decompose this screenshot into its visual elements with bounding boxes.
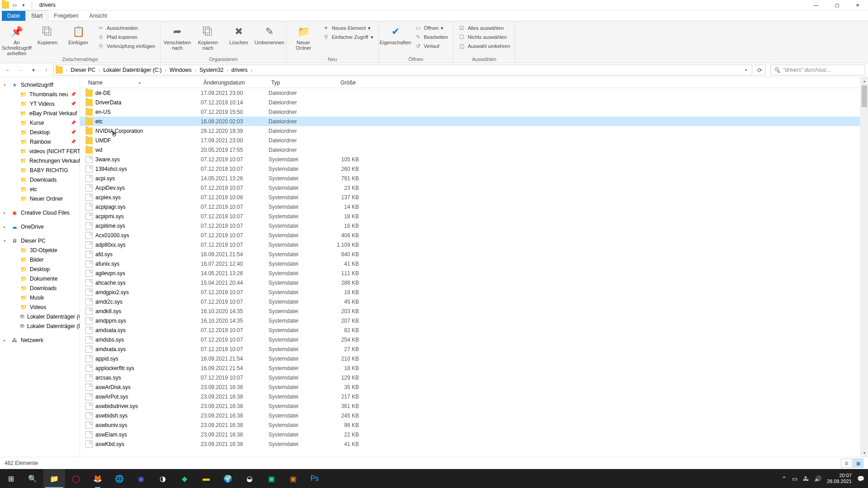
sidebar-quick-10[interactable]: 📁etc [0,184,80,194]
file-row[interactable]: amdxata.sys07.12.2019 10:07Systemdatei27… [80,344,860,354]
taskbar-streamlabs[interactable]: ▣ [260,469,282,488]
nav-back-button[interactable]: ← [3,65,14,75]
file-list[interactable]: de-DE17.09.2021 23:00DateiordnerDriverDa… [80,88,860,457]
sidebar-onedrive[interactable]: ▸☁OneDrive [0,222,80,231]
new-item-button[interactable]: ✦Neues Element ▾ [321,24,375,32]
taskbar-search[interactable]: 🔍 [22,469,43,488]
taskbar-opera[interactable]: ◯ [65,469,87,488]
scroll-up-icon[interactable]: ▴ [861,77,868,85]
file-row[interactable]: UMDF17.09.2021 23:00Dateiordner [80,136,860,145]
sidebar-pc-8[interactable]: ⛃Lokaler Datenträger (D:) [0,321,80,331]
tab-start[interactable]: Start [25,10,48,21]
sidebar-quick-6[interactable]: 📁videos (NICHT FERTIG)📌 [0,146,80,156]
address-bar[interactable]: › Dieser PC› Lokaler Datenträger (C:)› W… [53,65,752,75]
maximize-button[interactable]: ▢ [826,0,847,10]
taskbar-app-orange[interactable]: ▣ [282,469,304,488]
file-row[interactable]: aswKbd.sys23.09.2021 16:38Systemdatei41 … [80,439,860,449]
crumb-0[interactable]: Dieser PC [69,66,97,74]
file-row[interactable]: aswElam.sys23.09.2021 16:38Systemdatei22… [80,430,860,439]
file-row[interactable]: amdsata.sys07.12.2019 10:07Systemdatei82… [80,325,860,335]
delete-button[interactable]: ✖Löschen [226,23,252,45]
vertical-scrollbar[interactable]: ▴ ▾ [860,77,868,457]
view-icons-button[interactable]: ▦ [853,459,863,468]
taskbar-photoshop[interactable]: Ps [304,469,326,488]
sidebar-pc-2[interactable]: 📁Desktop [0,264,80,274]
file-row[interactable]: 3ware.sys07.12.2019 10:07Systemdatei105 … [80,155,860,164]
new-folder-button[interactable]: 📁Neuer Ordner [290,23,316,51]
file-row[interactable]: acpi.sys14.05.2021 13:26Systemdatei791 K… [80,174,860,183]
file-row[interactable]: afd.sys16.09.2021 21:54Systemdatei640 KB [80,249,860,259]
file-row[interactable]: wd20.05.2019 17:55Dateiordner [80,145,860,155]
sidebar-pc-6[interactable]: 📁Videos [0,302,80,312]
file-row[interactable]: en-US07.12.2019 15:50Dateiordner [80,107,860,117]
file-row[interactable]: aswbuniv.sys23.09.2021 16:38Systemdatei9… [80,420,860,430]
sidebar-pc-4[interactable]: 📁Downloads [0,283,80,293]
tab-view[interactable]: Ansicht [84,11,112,21]
edit-button[interactable]: ✎Bearbeiten [413,33,449,41]
file-row[interactable]: NVIDIA Corporation29.12.2020 19:39Dateio… [80,126,860,136]
select-none-button[interactable]: ☐Nichts auswählen [457,33,512,41]
file-row[interactable]: agilevpn.sys14.05.2021 13:26Systemdatei1… [80,268,860,278]
taskbar-explorer[interactable]: 📁 [43,469,65,488]
col-date[interactable]: Änderungsdatum [201,78,269,87]
taskbar-app-globe[interactable]: 🌍 [217,469,239,488]
pin-quickaccess-button[interactable]: 📌 An Schnellzugriff anheften [4,23,30,56]
view-details-button[interactable]: ☰ [841,459,852,468]
tray-network-icon[interactable]: 🖧 [803,475,809,482]
file-row[interactable]: Acx01000.sys07.12.2019 10:07Systemdatei4… [80,230,860,240]
minimize-button[interactable]: — [806,0,826,10]
file-row[interactable]: AcpiDev.sys07.12.2019 10:07Systemdatei23… [80,183,860,192]
file-row[interactable]: adp80xx.sys07.12.2019 10:07Systemdatei1.… [80,240,860,249]
tray-clock[interactable]: 20:0728.09.2021 [827,473,852,484]
copy-button[interactable]: ⿻ Kopieren [34,23,61,45]
sidebar[interactable]: ▾★Schnellzugriff📁Thumbnails neu📌📁YT Vide… [0,77,80,457]
taskbar-app-green[interactable]: ◆ [174,469,195,488]
invert-selection-button[interactable]: ◫Auswahl umkehren [457,42,512,50]
file-row[interactable]: etc16.09.2020 02:03Dateiordner [80,117,860,126]
file-row[interactable]: applockerfltr.sys16.09.2021 21:54Systemd… [80,363,860,373]
history-button[interactable]: ↺Verlauf [413,42,449,50]
tab-file[interactable]: Datei [2,11,25,21]
taskbar-chrome[interactable]: 🌐 [108,469,130,488]
file-row[interactable]: acpipmi.sys07.12.2019 10:07Systemdatei18… [80,211,860,221]
paste-link-button[interactable]: ⎘Verknüpfung einfügen [96,42,156,50]
file-row[interactable]: appid.sys16.09.2021 21:54Systemdatei210 … [80,354,860,363]
file-row[interactable]: amdppm.sys16.10.2020 14:35Systemdatei207… [80,316,860,325]
sidebar-network[interactable]: ▸🖧Netzwerk [0,335,80,345]
file-row[interactable]: aswbidsdriver.sys23.09.2021 16:38Systemd… [80,401,860,411]
close-button[interactable]: ✕ [847,0,868,10]
file-row[interactable]: acpitime.sys07.12.2019 10:07Systemdatei1… [80,221,860,230]
col-type[interactable]: Typ [269,78,323,87]
file-row[interactable]: DriverData07.12.2019 10:14Dateiordner [80,98,860,107]
file-row[interactable]: aswbidsh.sys23.09.2021 16:38Systemdatei2… [80,411,860,420]
file-row[interactable]: ahcache.sys15.04.2021 20:44Systemdatei28… [80,278,860,287]
taskbar[interactable]: ⊞ 🔍 📁 ◯ 🦊 🌐 ◉ ◑ ◆ ▬ 🌍 ◒ ▣ ▣ Ps ⌃ ▭ 🖧 🔊 2… [0,469,868,488]
nav-recent-button[interactable]: ▾ [28,65,39,75]
sidebar-quick-9[interactable]: 📁Downloads [0,175,80,184]
sidebar-pc-3[interactable]: 📁Dokumente [0,274,80,283]
nav-forward-button[interactable]: → [15,65,26,75]
file-row[interactable]: amdsbs.sys07.12.2019 10:07Systemdatei254… [80,335,860,344]
sidebar-quickaccess[interactable]: ▾★Schnellzugriff [0,80,80,89]
copy-to-button[interactable]: ⿻Kopieren nach [195,23,221,51]
taskbar-discord[interactable]: ◉ [130,469,152,488]
sidebar-quick-0[interactable]: 📁Thumbnails neu📌 [0,89,80,99]
file-row[interactable]: amdgpio2.sys07.12.2019 10:07Systemdatei1… [80,287,860,297]
sidebar-pc-0[interactable]: 📁3D-Objekte [0,245,80,255]
tray-volume-icon[interactable]: 🔊 [814,475,821,482]
scroll-thumb[interactable] [862,85,867,107]
file-row[interactable]: 1394ohci.sys07.12.2019 10:07Systemdatei2… [80,164,860,174]
scroll-down-icon[interactable]: ▾ [861,449,868,457]
sidebar-pc-1[interactable]: 📁Bilder [0,255,80,264]
qat-newfolder-icon[interactable]: ▾ [20,1,27,9]
select-all-button[interactable]: ☑Alles auswählen [457,24,512,32]
sidebar-quick-7[interactable]: 📁Rechnungen Verkauf📌 [0,156,80,165]
start-button[interactable]: ⊞ [0,469,22,488]
file-row[interactable]: afunix.sys16.07.2021 12:40Systemdatei41 … [80,259,860,268]
paste-button[interactable]: 📋 Einfügen [65,23,91,45]
sidebar-quick-8[interactable]: 📁BABY RICHTIG [0,165,80,175]
sidebar-quick-4[interactable]: 📁Desktop📌 [0,127,80,137]
crumb-1[interactable]: Lokaler Datenträger (C:) [101,66,163,74]
search-input[interactable]: 🔍 "drivers" durchsuc... [770,65,865,75]
cut-button[interactable]: ✂Ausschneiden [96,24,156,32]
